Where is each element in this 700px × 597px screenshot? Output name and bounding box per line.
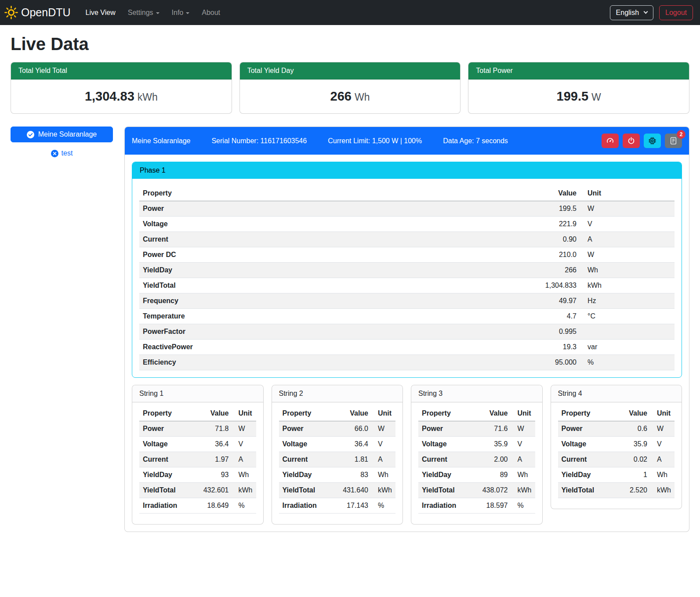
string-table-head: Property Value Unit	[139, 406, 256, 421]
string-table-body: Power71.8WVoltage36.4VCurrent1.97AYieldD…	[139, 421, 256, 514]
property-cell: Current	[558, 452, 618, 467]
unit-cell: kWh	[372, 483, 395, 498]
string-card-title: String 3	[411, 385, 542, 402]
property-cell: PowerFactor	[139, 324, 521, 340]
property-cell: Irradiation	[418, 498, 479, 514]
property-cell: YieldTotal	[139, 483, 199, 498]
property-cell: YieldTotal	[139, 278, 521, 293]
value-cell: 210.0	[521, 247, 580, 263]
property-cell: Frequency	[139, 293, 521, 309]
table-header-row: Property Value Unit	[139, 186, 675, 201]
string-card-body: Property Value Unit Power0.6WVoltage35.9…	[551, 402, 682, 509]
x-circle-icon	[51, 150, 58, 157]
col-header-unit: Unit	[580, 186, 675, 201]
unit-cell: A	[372, 452, 395, 467]
nav-settings[interactable]: Settings	[123, 5, 165, 20]
summary-card-title: Total Power	[468, 62, 689, 80]
value-cell: 95.000	[521, 355, 580, 370]
brand[interactable]: OpenDTU	[4, 6, 71, 19]
test-link-label: test	[62, 149, 73, 157]
value-cell: 18.649	[199, 498, 232, 514]
nav-settings-label: Settings	[128, 9, 153, 16]
property-cell: Irradiation	[139, 498, 199, 514]
property-cell: Current	[279, 452, 339, 467]
value-cell: 36.4	[339, 437, 372, 452]
check-circle-icon	[27, 131, 34, 138]
cpu-icon	[649, 137, 656, 145]
unit-cell: A	[511, 452, 535, 467]
property-cell: Temperature	[139, 309, 521, 324]
property-cell: YieldDay	[418, 467, 479, 483]
unit-cell	[580, 324, 675, 340]
inverter-select-button[interactable]: Meine Solaranlage	[11, 127, 113, 142]
unit-cell: V	[651, 437, 675, 452]
page-container: Live Data Total Yield Total 1,304.83kWh …	[0, 34, 700, 544]
table-row: YieldTotal438.072kWh	[418, 483, 535, 498]
navbar-right: English Logout	[610, 5, 693, 20]
summary-card-body: 199.5W	[468, 80, 689, 113]
unit-cell: V	[580, 217, 675, 232]
col-header-value: Value	[521, 186, 580, 201]
phase-1-card: Phase 1 Property Value Unit Power199.5WV…	[132, 162, 682, 378]
unit-cell: Wh	[232, 467, 256, 483]
property-cell: Current	[418, 452, 479, 467]
device-info-button[interactable]	[644, 134, 661, 148]
test-inverter-link[interactable]: test	[11, 149, 113, 157]
value-cell: 266	[521, 263, 580, 278]
property-cell: Power DC	[139, 247, 521, 263]
unit-cell: Wh	[511, 467, 535, 483]
value-cell: 0.90	[521, 232, 580, 247]
value-cell: 35.9	[479, 437, 511, 452]
main-nav: Live View Settings Info About	[80, 5, 226, 20]
power-settings-button[interactable]	[623, 134, 640, 148]
phase-table: Property Value Unit Power199.5WVoltage22…	[139, 186, 675, 370]
property-cell: YieldTotal	[418, 483, 479, 498]
property-cell: Voltage	[139, 437, 199, 452]
value-cell: 2.520	[618, 483, 651, 498]
table-row: Irradiation18.649%	[139, 498, 256, 514]
value-cell: 199.5	[521, 201, 580, 217]
phase-card-title: Phase 1	[132, 162, 682, 179]
event-log-button[interactable]: 2	[665, 134, 682, 148]
chevron-down-icon	[156, 12, 160, 14]
table-row: YieldDay83Wh	[279, 467, 396, 483]
table-row: Irradiation17.143%	[279, 498, 396, 514]
value-cell: 89	[479, 467, 511, 483]
property-cell: Power	[139, 201, 521, 217]
language-select[interactable]: English	[610, 5, 653, 20]
table-row: Current1.81A	[279, 452, 396, 467]
string-3-card: String 3 Property Value Unit	[411, 385, 543, 525]
string-table: Property Value Unit Power71.8WVoltage36.…	[139, 406, 256, 514]
property-cell: YieldTotal	[558, 483, 618, 498]
col-header-value: Value	[339, 406, 372, 421]
unit-cell: W	[580, 247, 675, 263]
table-row: ReactivePower19.3var	[139, 340, 675, 355]
string-table-body: Power66.0WVoltage36.4VCurrent1.81AYieldD…	[279, 421, 396, 514]
summary-card-title: Total Yield Total	[11, 62, 232, 80]
col-header-value: Value	[479, 406, 511, 421]
table-row: Current0.02A	[558, 452, 675, 467]
table-row: Current2.00A	[418, 452, 535, 467]
value-cell: 1.97	[199, 452, 232, 467]
brand-name: OpenDTU	[21, 6, 71, 19]
nav-about[interactable]: About	[196, 5, 225, 20]
value-cell: 1,304.833	[521, 278, 580, 293]
table-row: Power DC210.0W	[139, 247, 675, 263]
nav-live-view[interactable]: Live View	[80, 5, 121, 20]
table-row: Power0.6W	[558, 421, 675, 437]
content-row: Meine Solaranlage test Meine Solaranlage…	[11, 127, 689, 544]
limit-settings-button[interactable]	[602, 134, 619, 148]
logout-button[interactable]: Logout	[659, 5, 693, 20]
col-header-unit: Unit	[511, 406, 535, 421]
table-header-row: Property Value Unit	[139, 406, 256, 421]
nav-info[interactable]: Info	[167, 5, 195, 20]
value-cell: 0.6	[618, 421, 651, 437]
value-cell: 93	[199, 467, 232, 483]
value-cell: 49.97	[521, 293, 580, 309]
string-table-head: Property Value Unit	[558, 406, 675, 421]
table-row: PowerFactor0.995	[139, 324, 675, 340]
summary-card-unit: W	[591, 91, 601, 103]
power-icon	[627, 137, 635, 145]
table-row: Voltage221.9V	[139, 217, 675, 232]
table-row: Voltage35.9V	[558, 437, 675, 452]
